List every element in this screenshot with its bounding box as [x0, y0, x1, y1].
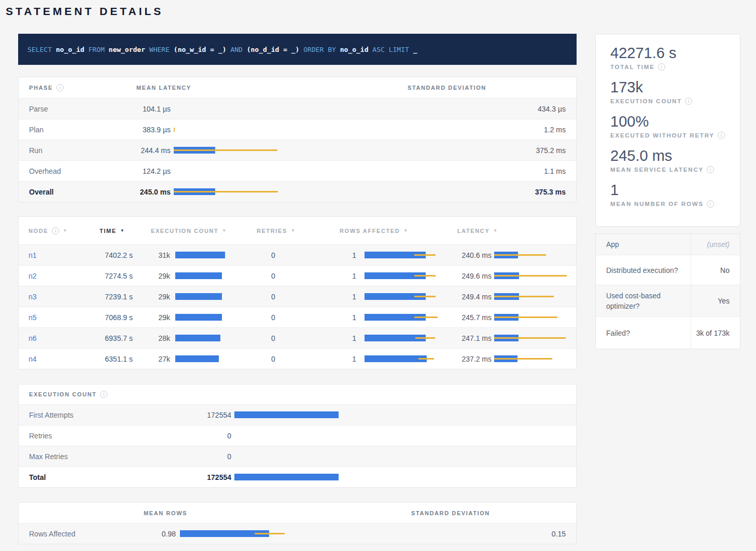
mean-latency-value: 244.4 ms [127, 146, 171, 155]
stddev-line [494, 254, 546, 256]
node-link[interactable]: n4 [29, 355, 37, 363]
execution-count-bar [175, 335, 242, 342]
mean-latency-value: 245.0 ms [127, 188, 171, 196]
node-column-header[interactable]: NODE i ▼ [19, 217, 91, 244]
retries-header-label: RETRIES [257, 228, 287, 234]
latency-bar [494, 272, 574, 280]
node-table-header: NODE i ▼ TIME ▼ EXECUTION COUNT ▼ RETRIE… [19, 217, 576, 244]
stddev-line [418, 358, 434, 360]
rows-affected-bar [365, 252, 444, 259]
rows-affected-bar [365, 272, 444, 280]
sql-identifier: (no_w_id = _) [174, 46, 231, 53]
retries-value: 0 [258, 293, 289, 301]
sort-arrow-icon: ▼ [222, 228, 226, 233]
stat-value: 173k [610, 78, 725, 97]
row-label: Retries [29, 432, 52, 440]
latency-value: 249.4 ms [457, 293, 492, 301]
latency-bar [174, 147, 396, 154]
retries-column-header[interactable]: RETRIES ▼ [248, 217, 331, 244]
sql-identifier: _ [413, 46, 417, 53]
time-value: 7239.1 s [105, 293, 133, 301]
rows-affected-value: 1 [340, 251, 356, 259]
info-icon[interactable]: i [52, 227, 59, 235]
info-icon[interactable]: i [718, 132, 725, 139]
info-icon[interactable]: i [685, 98, 692, 105]
table-row: n6 6935.7 s 28k 0 1 247.1 ms [19, 327, 576, 348]
sort-arrow-icon: ▼ [403, 228, 408, 233]
count-value: 172554 [185, 411, 231, 419]
count-bar [234, 411, 566, 419]
time-value: 7402.2 s [105, 251, 133, 259]
latency-header-label: LATENCY [457, 228, 489, 234]
execution-count-bar [175, 252, 242, 259]
phase-label: Run [29, 146, 43, 155]
phase-label: Plan [29, 126, 44, 134]
phase-label: Parse [29, 105, 48, 113]
count-bar [175, 314, 222, 321]
info-icon[interactable]: i [57, 84, 64, 91]
count-bar [175, 335, 220, 341]
count-bar [175, 355, 219, 362]
stat-label: EXECUTION COUNTi [610, 98, 725, 105]
std-deviation-header-label: STANDARD DEVIATION [411, 510, 490, 516]
table-row: n4 6351.1 s 27k 0 1 237.2 ms [19, 348, 576, 369]
stat-value: 100% [610, 113, 725, 131]
latency-column-header[interactable]: LATENCY ▼ [449, 217, 576, 244]
detail-label: App [596, 234, 691, 255]
node-link[interactable]: n3 [29, 293, 37, 301]
stddev-line [494, 316, 557, 318]
info-icon[interactable]: i [707, 166, 714, 173]
stat-label-text: MEAN SERVICE LATENCY [610, 167, 704, 173]
std-deviation-header-label: STANDARD DEVIATION [408, 85, 486, 91]
sql-statement-box: SELECT no_o_id FROM new_order WHERE (no_… [18, 34, 577, 65]
node-link[interactable]: n5 [29, 313, 37, 322]
table-row: n1 7402.2 s 31k 0 1 240.6 ms [19, 244, 576, 265]
table-row: Max Retries 0 [19, 446, 576, 466]
node-link[interactable]: n1 [29, 251, 37, 259]
stddev-line [414, 254, 436, 256]
sql-keyword: FROM [88, 46, 108, 53]
time-value: 7068.9 s [105, 313, 133, 322]
stat-label: EXECUTED WITHOUT RETRYi [610, 132, 725, 139]
retries-value: 0 [258, 251, 289, 259]
node-header-label: NODE [29, 228, 48, 234]
sql-statement: SELECT no_o_id FROM new_order WHERE (no_… [27, 46, 417, 53]
execution-count-value: 29k [142, 272, 170, 280]
latency-bar [494, 293, 574, 300]
stddev-line [255, 533, 285, 534]
detail-value: No [691, 255, 740, 285]
detail-value: (unset) [691, 234, 740, 255]
latency-value: 240.6 ms [457, 251, 492, 259]
rows-affected-value: 1 [340, 355, 356, 363]
count-bar-fill [234, 474, 339, 480]
rows-affected-table: MEAN ROWS STANDARD DEVIATION Rows Affect… [18, 502, 577, 544]
detail-value: Yes [691, 285, 740, 316]
info-icon[interactable]: i [707, 200, 714, 208]
stddev-line [414, 296, 436, 297]
node-link[interactable]: n6 [29, 334, 37, 342]
table-row: Run 244.4 ms 375.2 ms [19, 140, 576, 160]
time-column-header[interactable]: TIME ▼ [91, 217, 142, 244]
count-bar [234, 453, 566, 460]
stddev-line [415, 337, 435, 339]
sort-arrow-icon: ▼ [291, 228, 295, 233]
rows-affected-bar [365, 335, 444, 342]
info-icon[interactable]: i [100, 391, 107, 398]
table-row: Parse 104.1 µs 434.3 µs [19, 98, 576, 119]
mean-latency-header-label: MEAN LATENCY [136, 85, 191, 91]
latency-bar [494, 355, 574, 363]
table-row: Plan 383.9 µs 1.2 ms [19, 119, 576, 140]
info-icon[interactable]: i [658, 63, 665, 71]
execution-count-table: EXECUTION COUNT i First Attempts 172554 … [18, 384, 577, 488]
sql-keyword: SELECT [27, 46, 56, 53]
std-deviation-header-cell: STANDARD DEVIATION [396, 77, 576, 98]
std-deviation-value: 375.2 ms [536, 146, 566, 155]
node-link[interactable]: n2 [29, 272, 37, 280]
sql-keyword: AND [230, 46, 246, 53]
execution-count-column-header[interactable]: EXECUTION COUNT ▼ [142, 217, 248, 244]
rows-affected-column-header[interactable]: ROWS AFFECTED ▼ [331, 217, 449, 244]
stddev-line [494, 275, 567, 277]
mean-latency-value: 104.1 µs [127, 105, 171, 113]
stddev-line [414, 316, 438, 318]
statement-details-table: App (unset) Distributed execution? No Us… [595, 233, 740, 349]
